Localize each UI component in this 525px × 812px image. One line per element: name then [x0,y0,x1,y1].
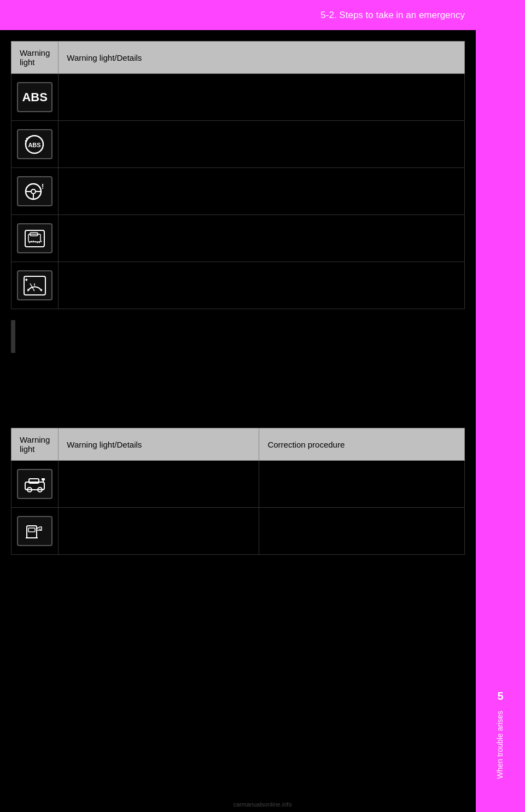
warning-table-2: Warning light Warning light/Details Corr… [11,428,465,555]
spacer [11,373,465,428]
speedometer-icon: ✦ [17,270,52,300]
fuel-svg [22,520,47,542]
icon-cell-skid [11,215,59,262]
main-content: Warning light Warning light/Details ABS [0,30,476,812]
details-cell-skid [59,215,465,262]
correction-cell-hybrid [259,461,465,508]
steering-icon: ! [17,176,52,206]
svg-rect-25 [28,528,35,532]
abs-circle-icon: ABS [17,129,52,159]
svg-text:!: ! [42,182,44,190]
details-cell-speedometer [59,262,465,309]
section-description [11,358,465,365]
table-row: ABS [11,121,465,168]
chapter-number: 5 [497,690,503,703]
page-title: 5-2. Steps to take in an emergency [320,10,465,21]
table-row: ABS [11,74,465,121]
details-cell-abs-circle [59,121,465,168]
table-row: ! [11,168,465,215]
table1-header-col2: Warning light/Details [59,42,465,74]
details-cell-fuel [59,508,259,555]
warning-table-1: Warning light Warning light/Details ABS [11,41,465,309]
watermark: carmanualsonline.info [233,801,291,808]
table-row [11,215,465,262]
table2-header-col2: Warning light/Details [59,428,259,461]
table2-header-col1: Warning light [11,428,59,461]
table-row [11,508,465,555]
correction-cell-fuel [259,508,465,555]
steering-svg: ! [22,181,47,202]
abs-text-icon: ABS [17,82,52,112]
details-cell-abs [59,74,465,121]
skid-svg [22,228,47,250]
hybrid-car-icon [17,469,52,499]
table1-header-col1: Warning light [11,42,59,74]
icon-cell-steering: ! [11,168,59,215]
svg-text:ABS: ABS [28,142,41,148]
table-row: ✦ [11,262,465,309]
skid-icon [17,223,52,253]
icon-cell-abs-circle: ABS [11,121,59,168]
abs-circle-svg: ABS [22,134,47,155]
icon-cell-hybrid [11,461,59,508]
speedometer-svg: ✦ [22,275,47,297]
details-cell-hybrid [59,461,259,508]
details-cell-steering [59,168,465,215]
icon-cell-abs: ABS [11,74,59,121]
hybrid-car-svg [22,473,47,495]
icon-cell-speedometer: ✦ [11,262,59,309]
fuel-icon [17,516,52,546]
icon-cell-fuel [11,508,59,555]
table2-header-col3: Correction procedure [259,428,465,461]
section-indicator [11,320,15,353]
chapter-label: When trouble arises [495,711,506,779]
svg-text:✦: ✦ [24,277,28,283]
table-row [11,461,465,508]
svg-point-3 [31,189,36,194]
chapter-tab: 5 When trouble arises [476,0,525,812]
header-bar: 5-2. Steps to take in an emergency [0,0,476,30]
